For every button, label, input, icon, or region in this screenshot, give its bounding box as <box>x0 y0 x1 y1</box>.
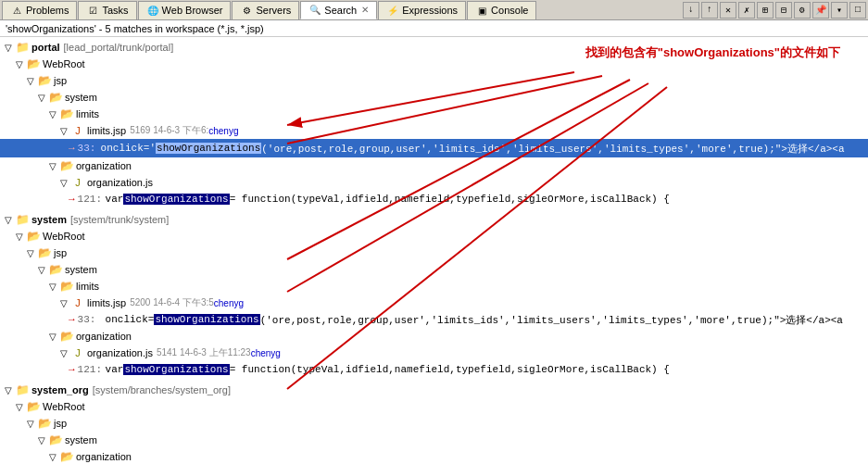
folder-organization-1[interactable]: ▽ 📂 organization <box>0 157 868 174</box>
result-highlight-1: showOrganizations <box>156 143 261 154</box>
project-system-org[interactable]: ▽ 📁 system_org [system/branches/system_o… <box>0 382 868 398</box>
file-limits-jsp-2-meta: 5200 14-6-4 下午3:5 <box>130 296 214 309</box>
project-system-path: [system/trunk/system] <box>70 214 169 225</box>
result-linenum-4: 121: <box>78 364 106 375</box>
folder-system-1-label: system <box>65 92 97 103</box>
folder-webroot-2[interactable]: ▽ 📂 WebRoot <box>0 228 868 245</box>
file-limits-jsp-2-user: chenyg <box>214 298 244 308</box>
file-limits-jsp-1[interactable]: ▽ J limits.jsp 5169 14-6-3 下午6: chenyg <box>0 122 868 139</box>
file-org-js-2-user: chenyg <box>251 348 281 358</box>
file-organization-js-1[interactable]: ▽ J organization.js <box>0 174 868 191</box>
folder-icon-system-3: 📂 <box>48 433 63 446</box>
tab-tasks[interactable]: ☑ Tasks <box>78 1 136 19</box>
tab-servers[interactable]: ⚙ Servers <box>232 1 299 19</box>
result-linenum-1: 33: <box>78 143 101 154</box>
folder-webroot-1[interactable]: ▽ 📂 WebRoot <box>0 56 868 72</box>
folder-system-1[interactable]: ▽ 📂 system <box>0 89 868 106</box>
maximize-button[interactable]: □ <box>849 2 866 19</box>
file-org-js-2-meta: 5141 14-6-3 上午11:23 <box>157 346 251 359</box>
project-portal-path: [lead_portal/trunk/portal] <box>64 42 174 53</box>
tasks-icon: ☑ <box>86 4 99 17</box>
folder-jsp-3-label: jsp <box>54 418 67 429</box>
expand-button[interactable]: ⊞ <box>757 2 774 19</box>
file-limits-jsp-1-meta: 5169 14-6-3 下午6: <box>130 124 208 137</box>
tab-console[interactable]: ▣ Console <box>467 1 536 19</box>
folder-icon-limits-2: 📂 <box>59 280 74 293</box>
settings-button[interactable]: ⚙ <box>794 2 811 19</box>
search-results-panel[interactable]: 找到的包含有"showOrganizations"的文件如下 ▽ 📁 <box>0 37 868 464</box>
project-portal-label: portal <box>31 42 60 53</box>
folder-icon-organization-3: 📂 <box>59 450 74 463</box>
folder-icon-webroot-2: 📂 <box>26 230 41 243</box>
folder-organization-2[interactable]: ▽ 📂 organization <box>0 328 868 345</box>
file-limits-jsp-2[interactable]: ▽ J limits.jsp 5200 14-6-4 下午3:5 chenyg <box>0 295 868 311</box>
search-tab-close-icon[interactable]: ✕ <box>361 5 369 15</box>
menu-button[interactable]: ▾ <box>831 2 848 19</box>
tab-webbrowser[interactable]: 🌐 Web Browser <box>138 1 232 19</box>
project-system[interactable]: ▽ 📁 system [system/trunk/system] <box>0 211 868 228</box>
file-icon-limits-jsp-2: J <box>70 296 85 309</box>
toggle-portal[interactable]: ▽ <box>2 43 15 53</box>
folder-system-3[interactable]: ▽ 📂 system <box>0 432 868 448</box>
tab-toolbar: ↓ ↑ ✕ ✗ ⊞ ⊟ ⚙ 📌 ▾ □ <box>683 2 866 19</box>
tab-servers-label: Servers <box>256 5 291 16</box>
result-post-4: = function(typeVal,idfield,namefield,typ… <box>230 364 670 375</box>
toggle-org-js-1[interactable]: ▽ <box>57 178 70 188</box>
toggle-limits-1[interactable]: ▽ <box>46 109 59 119</box>
folder-organization-3[interactable]: ▽ 📂 organization <box>0 448 868 464</box>
folder-system-3-label: system <box>65 434 97 445</box>
file-org-js-2[interactable]: ▽ J organization.js 5141 14-6-3 上午11:23 … <box>0 345 868 361</box>
tab-problems-label: Problems <box>26 5 69 16</box>
tab-search-label: Search <box>324 5 357 16</box>
toggle-limits-jsp-1[interactable]: ▽ <box>57 126 70 136</box>
result-portal-limits-33[interactable]: → 33: onclick='showOrganizations('ore,po… <box>0 139 868 157</box>
toggle-jsp-1[interactable]: ▽ <box>24 76 37 86</box>
file-org-js-2-label: organization.js <box>87 347 153 358</box>
servers-icon: ⚙ <box>240 4 253 17</box>
folder-icon-organization-1: 📂 <box>59 159 74 172</box>
toggle-system-org-proj[interactable]: ▽ <box>2 385 15 395</box>
folder-jsp-3[interactable]: ▽ 📂 jsp <box>0 415 868 432</box>
tab-tasks-label: Tasks <box>102 5 128 16</box>
folder-webroot-3-label: WebRoot <box>43 401 85 412</box>
project-system-org-path: [system/branches/system_org] <box>93 384 231 395</box>
pin-button[interactable]: 📌 <box>812 2 829 19</box>
tab-problems[interactable]: ⚠ Problems <box>2 1 77 19</box>
tab-expressions[interactable]: ⚡ Expressions <box>378 1 466 19</box>
folder-system-2[interactable]: ▽ 📂 system <box>0 261 868 278</box>
folder-jsp-1[interactable]: ▽ 📂 jsp <box>0 72 868 89</box>
result-system-org-121[interactable]: → 121: var showOrganizations = function(… <box>0 361 868 378</box>
result-portal-org-121[interactable]: → 121: var showOrganizations = function(… <box>0 191 868 207</box>
file-icon-limits-jsp-1: J <box>70 124 85 137</box>
toggle-organization-1[interactable]: ▽ <box>46 161 59 171</box>
stop-button[interactable]: ✕ <box>720 2 736 19</box>
folder-limits-1[interactable]: ▽ 📂 limits <box>0 106 868 122</box>
folder-icon-system-2: 📂 <box>48 263 63 276</box>
result-pre-4: var <box>106 364 124 375</box>
folder-webroot-3[interactable]: ▽ 📂 WebRoot <box>0 398 868 415</box>
folder-jsp-2[interactable]: ▽ 📂 jsp <box>0 245 868 261</box>
result-post-3: ('ore,post,role,group,user','limits_ids'… <box>260 313 843 327</box>
toggle-system-proj[interactable]: ▽ <box>2 215 15 225</box>
folder-icon-jsp-2: 📂 <box>37 246 52 259</box>
result-system-limits-33[interactable]: → 33: onclick= showOrganizations('ore,po… <box>0 311 868 328</box>
collapse-button[interactable]: ⊟ <box>775 2 792 19</box>
webbrowser-icon: 🌐 <box>146 4 159 17</box>
project-portal[interactable]: ▽ 📁 portal [lead_portal/trunk/portal] <box>0 39 868 56</box>
folder-icon-webroot-1: 📂 <box>26 57 41 70</box>
prev-match-button[interactable]: ↑ <box>701 2 718 19</box>
expressions-icon: ⚡ <box>386 4 399 17</box>
tab-search[interactable]: 🔍 Search ✕ <box>300 1 377 19</box>
toggle-system-1[interactable]: ▽ <box>35 93 48 103</box>
remove-button[interactable]: ✗ <box>738 2 755 19</box>
search-results-text: 'showOrganizations' - 5 matches in works… <box>6 23 264 34</box>
next-match-button[interactable]: ↓ <box>683 2 699 19</box>
folder-organization-2-label: organization <box>76 331 132 342</box>
result-post-2: = function(typeVal,idfield,namefield,typ… <box>230 194 670 205</box>
file-icon-org-js-2: J <box>70 346 85 359</box>
toggle-webroot-1[interactable]: ▽ <box>13 59 26 69</box>
tab-bar: ⚠ Problems ☑ Tasks 🌐 Web Browser ⚙ Serve… <box>0 0 868 20</box>
folder-limits-2[interactable]: ▽ 📂 limits <box>0 278 868 295</box>
result-arrow-1: → <box>69 143 75 154</box>
problems-icon: ⚠ <box>10 4 23 17</box>
